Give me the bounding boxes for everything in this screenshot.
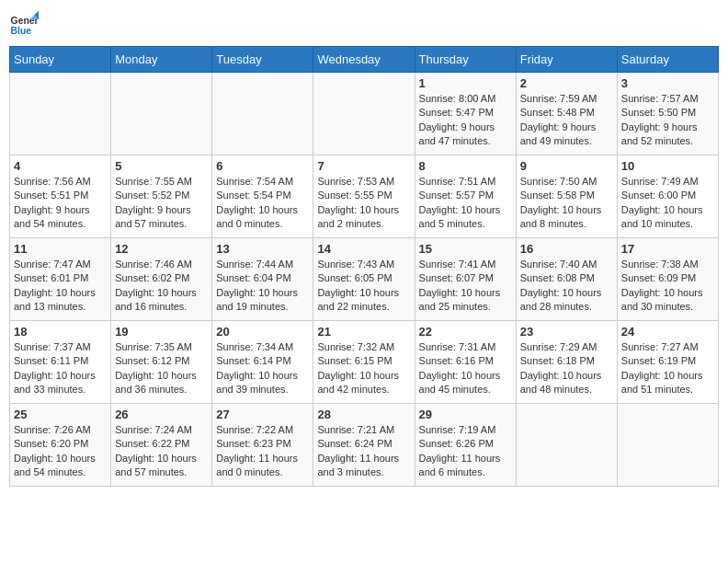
calendar-cell: 12Sunrise: 7:46 AM Sunset: 6:02 PM Dayli…: [111, 238, 212, 321]
day-info: Sunrise: 7:29 AM Sunset: 6:18 PM Dayligh…: [520, 340, 613, 397]
svg-text:Blue: Blue: [11, 26, 32, 36]
day-number: 15: [419, 242, 512, 256]
day-info: Sunrise: 7:22 AM Sunset: 6:23 PM Dayligh…: [216, 423, 309, 480]
day-info: Sunrise: 7:37 AM Sunset: 6:11 PM Dayligh…: [14, 340, 107, 397]
day-number: 12: [115, 242, 208, 256]
calendar-cell: [313, 73, 415, 155]
calendar-week-5: 25Sunrise: 7:26 AM Sunset: 6:20 PM Dayli…: [10, 404, 719, 487]
logo: General Blue: [9, 9, 39, 39]
day-info: Sunrise: 7:53 AM Sunset: 5:55 PM Dayligh…: [317, 175, 410, 232]
calendar-cell: 26Sunrise: 7:24 AM Sunset: 6:22 PM Dayli…: [111, 404, 212, 487]
day-info: Sunrise: 7:27 AM Sunset: 6:19 PM Dayligh…: [621, 340, 714, 397]
day-number: 10: [621, 159, 714, 173]
day-info: Sunrise: 7:51 AM Sunset: 5:57 PM Dayligh…: [419, 175, 512, 232]
calendar-cell: [516, 404, 617, 487]
day-number: 1: [419, 76, 512, 90]
day-info: Sunrise: 7:47 AM Sunset: 6:01 PM Dayligh…: [14, 258, 107, 315]
day-info: Sunrise: 7:46 AM Sunset: 6:02 PM Dayligh…: [115, 258, 208, 315]
day-number: 17: [621, 242, 714, 256]
calendar-cell: 14Sunrise: 7:43 AM Sunset: 6:05 PM Dayli…: [313, 238, 415, 321]
calendar-cell: 1Sunrise: 8:00 AM Sunset: 5:47 PM Daylig…: [415, 73, 516, 155]
calendar-cell: [212, 73, 313, 155]
day-info: Sunrise: 7:32 AM Sunset: 6:15 PM Dayligh…: [317, 340, 410, 397]
calendar-cell: 17Sunrise: 7:38 AM Sunset: 6:09 PM Dayli…: [617, 238, 718, 321]
col-header-monday: Monday: [111, 47, 212, 73]
day-info: Sunrise: 7:57 AM Sunset: 5:50 PM Dayligh…: [621, 92, 714, 149]
calendar-cell: 5Sunrise: 7:55 AM Sunset: 5:52 PM Daylig…: [111, 155, 212, 238]
day-number: 28: [317, 408, 410, 421]
day-info: Sunrise: 7:26 AM Sunset: 6:20 PM Dayligh…: [14, 423, 107, 480]
logo-icon: General Blue: [9, 9, 39, 39]
calendar-cell: 28Sunrise: 7:21 AM Sunset: 6:24 PM Dayli…: [313, 404, 415, 487]
col-header-friday: Friday: [516, 47, 617, 73]
day-info: Sunrise: 7:49 AM Sunset: 6:00 PM Dayligh…: [621, 175, 714, 232]
day-info: Sunrise: 7:59 AM Sunset: 5:48 PM Dayligh…: [520, 92, 613, 149]
calendar-cell: 23Sunrise: 7:29 AM Sunset: 6:18 PM Dayli…: [516, 321, 617, 404]
calendar-cell: 2Sunrise: 7:59 AM Sunset: 5:48 PM Daylig…: [516, 73, 617, 155]
calendar-cell: [10, 73, 111, 155]
day-info: Sunrise: 7:56 AM Sunset: 5:51 PM Dayligh…: [14, 175, 107, 232]
calendar-cell: 18Sunrise: 7:37 AM Sunset: 6:11 PM Dayli…: [10, 321, 111, 404]
day-info: Sunrise: 7:40 AM Sunset: 6:08 PM Dayligh…: [520, 258, 613, 315]
calendar-week-3: 11Sunrise: 7:47 AM Sunset: 6:01 PM Dayli…: [10, 238, 719, 321]
day-info: Sunrise: 7:19 AM Sunset: 6:26 PM Dayligh…: [419, 423, 512, 480]
calendar-cell: 25Sunrise: 7:26 AM Sunset: 6:20 PM Dayli…: [10, 404, 111, 487]
calendar-cell: 22Sunrise: 7:31 AM Sunset: 6:16 PM Dayli…: [415, 321, 516, 404]
day-number: 16: [520, 242, 613, 256]
calendar-cell: [111, 73, 212, 155]
day-info: Sunrise: 7:54 AM Sunset: 5:54 PM Dayligh…: [216, 175, 309, 232]
calendar-cell: [617, 404, 718, 487]
calendar-table: SundayMondayTuesdayWednesdayThursdayFrid…: [9, 46, 719, 487]
day-info: Sunrise: 7:21 AM Sunset: 6:24 PM Dayligh…: [317, 423, 410, 480]
day-info: Sunrise: 7:41 AM Sunset: 6:07 PM Dayligh…: [419, 258, 512, 315]
calendar-cell: 11Sunrise: 7:47 AM Sunset: 6:01 PM Dayli…: [10, 238, 111, 321]
day-info: Sunrise: 7:55 AM Sunset: 5:52 PM Dayligh…: [115, 175, 208, 232]
day-number: 18: [14, 325, 107, 339]
calendar-cell: 15Sunrise: 7:41 AM Sunset: 6:07 PM Dayli…: [415, 238, 516, 321]
col-header-saturday: Saturday: [617, 47, 718, 73]
day-number: 23: [520, 325, 613, 339]
day-number: 4: [14, 159, 107, 173]
day-info: Sunrise: 8:00 AM Sunset: 5:47 PM Dayligh…: [419, 92, 512, 149]
day-number: 7: [317, 159, 410, 173]
calendar-cell: 7Sunrise: 7:53 AM Sunset: 5:55 PM Daylig…: [313, 155, 415, 238]
calendar-cell: 24Sunrise: 7:27 AM Sunset: 6:19 PM Dayli…: [617, 321, 718, 404]
day-number: 9: [520, 159, 613, 173]
col-header-wednesday: Wednesday: [313, 47, 415, 73]
day-number: 26: [115, 408, 208, 421]
day-number: 5: [115, 159, 208, 173]
day-number: 2: [520, 76, 613, 90]
day-number: 19: [115, 325, 208, 339]
day-info: Sunrise: 7:34 AM Sunset: 6:14 PM Dayligh…: [216, 340, 309, 397]
calendar-week-1: 1Sunrise: 8:00 AM Sunset: 5:47 PM Daylig…: [10, 73, 719, 155]
day-number: 3: [621, 76, 714, 90]
day-number: 11: [14, 242, 107, 256]
day-number: 21: [317, 325, 410, 339]
day-number: 6: [216, 159, 309, 173]
calendar-week-4: 18Sunrise: 7:37 AM Sunset: 6:11 PM Dayli…: [10, 321, 719, 404]
calendar-cell: 4Sunrise: 7:56 AM Sunset: 5:51 PM Daylig…: [10, 155, 111, 238]
calendar-cell: 29Sunrise: 7:19 AM Sunset: 6:26 PM Dayli…: [415, 404, 516, 487]
day-number: 25: [14, 408, 107, 421]
page-header: General Blue: [9, 9, 719, 39]
day-info: Sunrise: 7:43 AM Sunset: 6:05 PM Dayligh…: [317, 258, 410, 315]
calendar-cell: 10Sunrise: 7:49 AM Sunset: 6:00 PM Dayli…: [617, 155, 718, 238]
day-number: 13: [216, 242, 309, 256]
day-info: Sunrise: 7:31 AM Sunset: 6:16 PM Dayligh…: [419, 340, 512, 397]
calendar-cell: 16Sunrise: 7:40 AM Sunset: 6:08 PM Dayli…: [516, 238, 617, 321]
calendar-cell: 21Sunrise: 7:32 AM Sunset: 6:15 PM Dayli…: [313, 321, 415, 404]
day-info: Sunrise: 7:50 AM Sunset: 5:58 PM Dayligh…: [520, 175, 613, 232]
day-number: 14: [317, 242, 410, 256]
col-header-sunday: Sunday: [10, 47, 111, 73]
calendar-cell: 8Sunrise: 7:51 AM Sunset: 5:57 PM Daylig…: [415, 155, 516, 238]
day-number: 24: [621, 325, 714, 339]
day-info: Sunrise: 7:38 AM Sunset: 6:09 PM Dayligh…: [621, 258, 714, 315]
day-number: 22: [419, 325, 512, 339]
day-info: Sunrise: 7:24 AM Sunset: 6:22 PM Dayligh…: [115, 423, 208, 480]
calendar-week-2: 4Sunrise: 7:56 AM Sunset: 5:51 PM Daylig…: [10, 155, 719, 238]
calendar-cell: 3Sunrise: 7:57 AM Sunset: 5:50 PM Daylig…: [617, 73, 718, 155]
day-number: 27: [216, 408, 309, 421]
day-number: 8: [419, 159, 512, 173]
col-header-tuesday: Tuesday: [212, 47, 313, 73]
day-info: Sunrise: 7:35 AM Sunset: 6:12 PM Dayligh…: [115, 340, 208, 397]
